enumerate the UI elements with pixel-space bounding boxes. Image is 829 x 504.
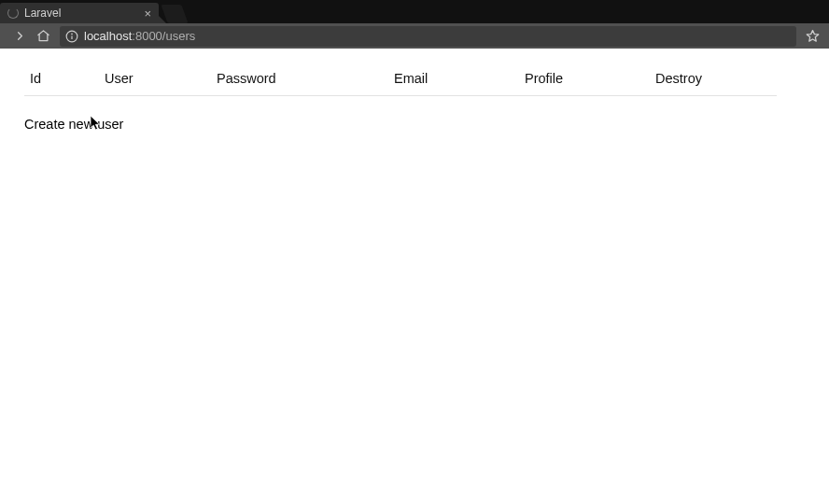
column-header-profile: Profile: [519, 65, 650, 96]
loading-spinner-icon: [7, 7, 19, 19]
bookmark-star-icon[interactable]: [806, 29, 820, 43]
site-info-icon[interactable]: [65, 30, 78, 43]
svg-point-2: [72, 34, 73, 35]
users-table-header-row: Id User Password Email Profile Destroy: [24, 65, 777, 96]
column-header-id: Id: [24, 65, 99, 96]
new-tab-button[interactable]: [161, 5, 188, 23]
users-table: Id User Password Email Profile Destroy: [24, 65, 777, 96]
tab-strip: Laravel ×: [0, 0, 829, 23]
tab-title: Laravel: [24, 7, 131, 20]
browser-toolbar: localhost:8000/users: [0, 23, 829, 49]
home-icon[interactable]: [36, 29, 50, 43]
column-header-email: Email: [388, 65, 519, 96]
page-content: Id User Password Email Profile Destroy C…: [0, 49, 829, 504]
url-path: :8000/users: [132, 29, 195, 43]
close-tab-icon[interactable]: ×: [144, 7, 151, 21]
browser-chrome: Laravel × localhost:8000/users: [0, 0, 829, 49]
browser-tab[interactable]: Laravel ×: [0, 3, 159, 23]
forward-icon[interactable]: [13, 29, 27, 43]
svg-marker-3: [807, 31, 819, 42]
column-header-password: Password: [211, 65, 388, 96]
url-host: localhost: [84, 29, 132, 43]
create-new-user-link[interactable]: Create new user: [24, 117, 123, 132]
column-header-user: User: [99, 65, 211, 96]
url-text: localhost:8000/users: [84, 29, 195, 43]
address-bar[interactable]: localhost:8000/users: [60, 26, 796, 47]
column-header-destroy: Destroy: [650, 65, 777, 96]
